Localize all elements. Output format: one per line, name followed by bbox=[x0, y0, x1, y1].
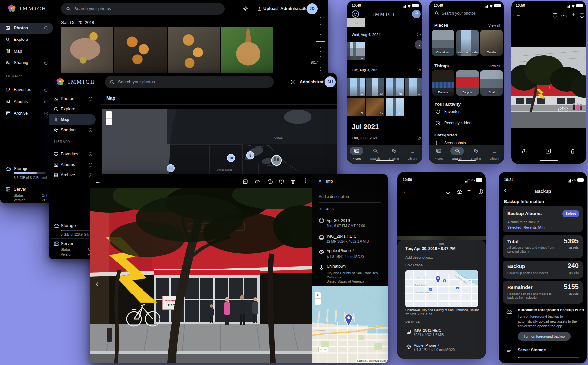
sharing-icon[interactable] bbox=[473, 148, 479, 154]
photo-thumbnail[interactable] bbox=[347, 18, 365, 27]
location-text[interactable]: Chinatown, City and County of San Franci… bbox=[405, 309, 479, 312]
theme-toggle-icon[interactable] bbox=[290, 79, 296, 85]
sidebar-item-photos[interactable]: Photos bbox=[61, 96, 74, 101]
search-input[interactable]: Search your photos bbox=[442, 11, 476, 16]
favorite-icon[interactable] bbox=[445, 189, 451, 195]
user-avatar[interactable] bbox=[412, 10, 421, 18]
chevron-down-icon[interactable] bbox=[88, 162, 93, 167]
photo-thumbnail[interactable] bbox=[347, 42, 365, 60]
search-icon[interactable] bbox=[454, 148, 460, 154]
cloud-upload-icon[interactable] bbox=[561, 12, 567, 19]
back-arrow-icon[interactable]: ← bbox=[95, 178, 101, 185]
description-input[interactable]: Add a description bbox=[319, 195, 349, 199]
chevron-down-icon[interactable] bbox=[88, 128, 93, 133]
photo-thumbnail[interactable] bbox=[405, 78, 422, 96]
chevron-down-icon[interactable] bbox=[44, 111, 49, 116]
map-photo-marker[interactable] bbox=[272, 155, 281, 165]
sidebar-item-albums[interactable]: Albums bbox=[61, 162, 75, 167]
minimap-zoom-in-button[interactable]: + bbox=[315, 292, 321, 298]
search-input[interactable]: Search your photos bbox=[61, 3, 225, 15]
sharing-icon[interactable] bbox=[391, 148, 397, 154]
search-icon[interactable] bbox=[372, 148, 378, 154]
description-input[interactable]: Add description... bbox=[405, 255, 433, 260]
select-all-check-icon[interactable] bbox=[416, 135, 421, 140]
administration-link[interactable]: Administration bbox=[280, 7, 311, 11]
location-minimap[interactable]: US 101 Fort Mason + − Leaflet | © OpenSt… bbox=[312, 286, 388, 363]
sidebar-item-explore[interactable]: Explore bbox=[14, 37, 28, 42]
places-view-all-link[interactable]: View all bbox=[488, 24, 500, 27]
turn-on-backup-button[interactable]: Turn on foreground backup bbox=[518, 332, 571, 341]
sidebar-item-favorites[interactable]: Favorites bbox=[14, 87, 31, 92]
library-icon[interactable] bbox=[410, 148, 415, 154]
cloud-upload-icon[interactable] bbox=[456, 189, 462, 195]
select-all-check-icon[interactable] bbox=[416, 32, 421, 37]
place-thumbnail[interactable]: Omaha bbox=[480, 30, 503, 56]
user-avatar[interactable]: AU bbox=[325, 76, 336, 87]
previous-photo-chevron[interactable]: ‹ bbox=[96, 278, 99, 289]
favorite-icon[interactable] bbox=[552, 12, 558, 18]
photo-thumbnail[interactable] bbox=[114, 27, 167, 73]
sidebar-item-albums[interactable]: Albums bbox=[14, 99, 28, 104]
theme-toggle-icon[interactable] bbox=[243, 6, 248, 12]
timeline-scrubber[interactable]: 2017 bbox=[309, 16, 325, 74]
photos-icon[interactable] bbox=[354, 148, 360, 154]
library-icon[interactable] bbox=[492, 148, 497, 154]
sidebar-item-sharing[interactable]: Sharing bbox=[14, 60, 28, 65]
photo-thumbnail[interactable] bbox=[386, 98, 404, 116]
photo-thumbnail[interactable] bbox=[221, 27, 273, 73]
info-icon[interactable] bbox=[478, 189, 484, 195]
photo-thumbnail[interactable] bbox=[386, 78, 404, 96]
photo-thumbnail[interactable] bbox=[168, 27, 220, 73]
trash-icon[interactable] bbox=[290, 179, 296, 185]
chevron-down-icon[interactable] bbox=[44, 60, 49, 65]
photo-viewer[interactable]: IN-N-OUT IN-N-OUT Now Hiring $18.75 bbox=[90, 188, 312, 363]
user-avatar[interactable]: JD bbox=[307, 3, 318, 14]
sidebar-item-archive[interactable]: Archive bbox=[14, 111, 28, 116]
nav-tab-library[interactable]: Library bbox=[403, 157, 422, 160]
chevron-down-icon[interactable] bbox=[44, 99, 49, 104]
sidebar-item-explore[interactable]: Explore bbox=[61, 107, 75, 112]
back-arrow-icon[interactable]: ← bbox=[403, 188, 408, 194]
nav-tab-photos[interactable]: Photos bbox=[347, 157, 366, 160]
more-options-icon[interactable]: ⋮ bbox=[302, 178, 308, 184]
thing-thumbnail[interactable]: Boat bbox=[480, 70, 503, 96]
sheet-drag-handle[interactable] bbox=[439, 243, 444, 245]
photo-thumbnail[interactable] bbox=[347, 78, 365, 96]
cloud-backup-icon[interactable] bbox=[255, 179, 261, 185]
photo-viewer[interactable] bbox=[511, 47, 586, 128]
activity-favorites[interactable]: Favorites bbox=[444, 110, 460, 114]
download-icon[interactable] bbox=[242, 179, 248, 185]
photo-thumbnail[interactable] bbox=[347, 98, 365, 116]
upload-icon[interactable] bbox=[257, 6, 262, 11]
place-thumbnail[interactable]: Near north side bbox=[456, 30, 479, 56]
photo-thumbnail[interactable] bbox=[61, 27, 113, 73]
map-zoom-out-button[interactable]: − bbox=[106, 118, 112, 125]
close-icon[interactable]: ✕ bbox=[318, 179, 322, 184]
photos-icon[interactable] bbox=[436, 148, 442, 154]
thing-thumbnail[interactable]: Banana bbox=[432, 70, 454, 96]
trash-icon[interactable] bbox=[569, 148, 576, 154]
add-icon[interactable]: + bbox=[467, 187, 471, 194]
share-icon[interactable] bbox=[521, 148, 528, 154]
timeline-scrubber-handle[interactable] bbox=[415, 40, 422, 49]
place-thumbnail[interactable]: Chinatown bbox=[432, 30, 454, 56]
chevron-down-icon[interactable] bbox=[44, 87, 49, 92]
map-zoom-in-button[interactable]: + bbox=[106, 111, 112, 118]
nav-tab-photos[interactable]: Photos bbox=[429, 157, 448, 160]
chevron-down-icon[interactable] bbox=[88, 96, 93, 101]
favorite-icon[interactable] bbox=[278, 179, 285, 185]
sidebar-item-sharing[interactable]: Sharing bbox=[61, 128, 76, 133]
search-input[interactable]: Search your photos bbox=[105, 76, 274, 88]
location-map[interactable]: The Embarcadero Jefferson Street Beach S… bbox=[405, 270, 478, 307]
nav-tab-library[interactable]: Library bbox=[485, 157, 504, 160]
chevron-down-icon[interactable] bbox=[88, 152, 93, 157]
add-icon[interactable]: + bbox=[572, 11, 575, 18]
photo-thumbnail[interactable] bbox=[366, 98, 384, 116]
minimap-zoom-out-button[interactable]: − bbox=[315, 298, 321, 305]
select-all-check-icon[interactable] bbox=[416, 67, 421, 72]
back-arrow-icon[interactable]: ← bbox=[516, 12, 521, 17]
things-view-all-link[interactable]: View all bbox=[488, 64, 500, 68]
upload-button[interactable]: Upload bbox=[263, 7, 278, 11]
sidebar-item-map[interactable]: Map bbox=[14, 49, 22, 54]
activity-recently-added[interactable]: Recently added bbox=[444, 121, 471, 126]
